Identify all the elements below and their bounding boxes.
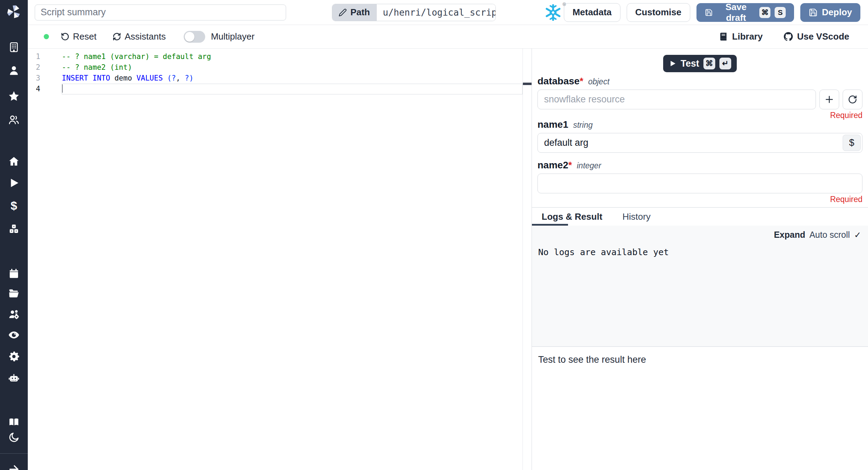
save-draft-button[interactable]: Save draft ⌘ S — [696, 3, 794, 22]
sidebar-divider — [0, 453, 28, 454]
plus-icon — [825, 95, 834, 104]
kbd-cmd: ⌘ — [759, 7, 770, 18]
docs-book-open-icon[interactable] — [8, 416, 20, 428]
result-placeholder: Test to see the result here — [538, 354, 862, 365]
schedules-calendar-icon[interactable] — [8, 267, 20, 280]
refresh-icon — [112, 32, 121, 41]
line-number: 3 — [28, 73, 40, 84]
editor-gutter: 1234 — [28, 49, 62, 470]
variables-dollar-icon[interactable]: $ — [8, 199, 20, 212]
test-button[interactable]: Test ⌘ ↵ — [663, 55, 737, 72]
play-icon — [669, 60, 676, 67]
ai-bot-icon[interactable] — [8, 372, 20, 384]
field-label-database: database* object — [537, 76, 862, 87]
rotate-ccw-icon — [61, 32, 69, 41]
use-vscode-button[interactable]: Use VScode — [784, 31, 849, 42]
library-button[interactable]: Library — [719, 31, 763, 42]
pencil-icon — [339, 8, 347, 17]
code-line[interactable]: -- ? name2 (int) — [62, 62, 523, 73]
user-icon[interactable] — [8, 64, 20, 77]
name2-input[interactable] — [537, 174, 862, 193]
path-value[interactable]: u/henri/logical_script — [376, 4, 495, 21]
field-label-name1: name1 string — [537, 119, 862, 130]
code-editor[interactable]: 1234 -- ? name1 (varchar) = default arg-… — [28, 49, 532, 470]
users-icon[interactable] — [8, 114, 20, 126]
result-tabs: Logs & Result History — [532, 208, 868, 226]
args-form: database* object — [532, 72, 868, 203]
deploy-button[interactable]: Deploy — [800, 3, 860, 22]
path-edit-button[interactable]: Path — [332, 4, 376, 21]
reset-button[interactable]: Reset — [61, 31, 97, 42]
home-icon[interactable] — [8, 155, 20, 168]
line-number: 1 — [28, 51, 40, 62]
sidebar: $ — [0, 0, 28, 470]
logs-empty-message: No logs are available yet — [538, 247, 862, 257]
code-line[interactable]: -- ? name1 (varchar) = default arg — [62, 51, 523, 62]
line-number: 2 — [28, 62, 40, 73]
topbar: Path u/henri/logical_script ® Metadata — [28, 0, 868, 25]
customise-button[interactable]: Customise — [627, 3, 690, 22]
refresh-resource-button[interactable] — [843, 90, 862, 109]
resources-boxes-icon[interactable] — [8, 223, 20, 235]
editor-code[interactable]: -- ? name1 (varchar) = default arg-- ? n… — [62, 49, 523, 470]
runs-play-icon[interactable] — [8, 177, 20, 189]
path-group: Path u/henri/logical_script — [332, 4, 496, 21]
database-resource-input[interactable] — [537, 90, 816, 109]
multiplayer-label: Multiplayer — [211, 31, 254, 42]
github-icon — [784, 32, 793, 41]
audit-eye-icon[interactable] — [8, 329, 20, 341]
line-number: 4 — [28, 84, 40, 94]
save-icon — [705, 8, 713, 17]
groups-users-cog-icon[interactable] — [8, 308, 20, 320]
tab-history[interactable]: History — [623, 211, 651, 222]
name2-required-label: Required — [537, 195, 862, 203]
settings-gear-icon[interactable] — [8, 350, 20, 363]
collapse-arrow-right-icon[interactable] — [8, 463, 20, 470]
status-dot — [44, 34, 49, 39]
assistants-button[interactable]: Assistants — [112, 31, 166, 42]
autoscroll-label[interactable]: Auto scroll — [809, 230, 850, 240]
folders-icon[interactable] — [8, 287, 20, 300]
result-pane: Test to see the result here — [532, 347, 868, 470]
name1-input[interactable] — [537, 133, 862, 153]
snowflake-logo-icon: ® — [544, 2, 564, 23]
save-icon — [809, 8, 818, 17]
preview-panel: Test ⌘ ↵ database* object — [532, 49, 868, 470]
kbd-s: S — [775, 7, 786, 18]
template-string-button[interactable]: $ — [843, 135, 861, 151]
editor-overview-ruler[interactable] — [523, 49, 532, 470]
editor-toolbar: Reset Assistants Multiplayer Library — [28, 25, 868, 49]
star-icon[interactable] — [8, 90, 20, 102]
book-icon — [719, 32, 728, 41]
app-window: $ — [0, 0, 868, 470]
tab-logs-result[interactable]: Logs & Result — [542, 211, 602, 222]
cursor-position-marker — [523, 83, 532, 85]
metadata-button[interactable]: Metadata — [564, 3, 620, 22]
script-summary-input[interactable] — [35, 5, 286, 20]
kbd-cmd: ⌘ — [703, 58, 715, 69]
code-line[interactable] — [62, 84, 523, 94]
path-label: Path — [350, 7, 370, 18]
check-icon[interactable]: ✓ — [854, 230, 861, 240]
database-required-label: Required — [537, 111, 862, 119]
logs-pane: Expand Auto scroll ✓ No logs are availab… — [532, 226, 868, 346]
expand-logs-button[interactable]: Expand — [774, 230, 805, 240]
add-resource-button[interactable] — [819, 90, 839, 109]
dark-mode-moon-icon[interactable] — [8, 431, 20, 444]
windmill-logo-icon[interactable] — [5, 3, 23, 21]
rotate-cw-icon — [848, 95, 857, 104]
text-cursor — [62, 84, 62, 93]
workspace-building-icon[interactable] — [8, 41, 20, 53]
multiplayer-toggle[interactable] — [184, 31, 205, 43]
code-line[interactable]: INSERT INTO demo VALUES (?, ?) — [62, 73, 523, 84]
field-label-name2: name2* integer — [537, 160, 862, 171]
kbd-enter: ↵ — [719, 58, 731, 69]
